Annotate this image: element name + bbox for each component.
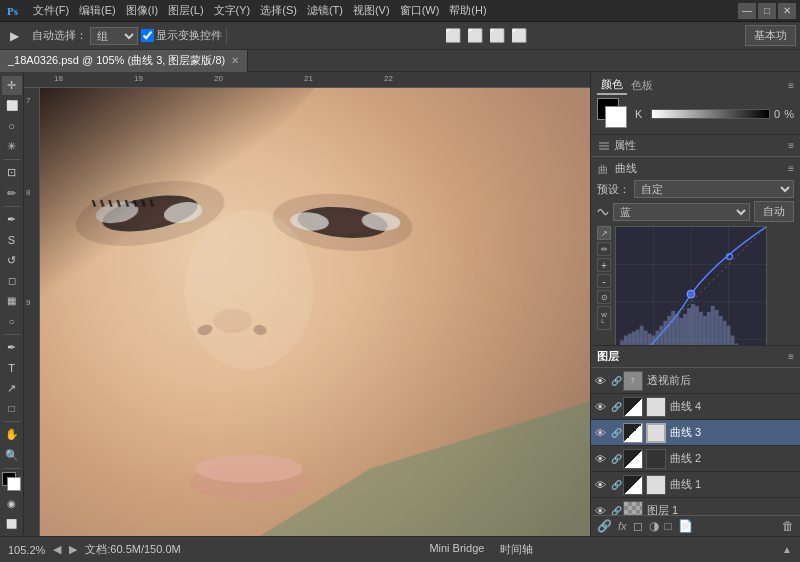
color-tab[interactable]: 颜色	[597, 76, 627, 95]
menu-view[interactable]: 视图(V)	[348, 1, 395, 20]
tab-close-icon[interactable]: ✕	[231, 55, 239, 66]
svg-text:曲: 曲	[598, 164, 608, 175]
svg-rect-34	[691, 304, 695, 346]
curves-add-point-tool[interactable]: +	[597, 258, 611, 272]
list-item[interactable]: 👁 🔗 曲线 1	[591, 472, 800, 498]
link-layers-button[interactable]: 🔗	[597, 519, 612, 533]
preset-dropdown[interactable]: 自定	[634, 180, 794, 198]
menu-file[interactable]: 文件(F)	[28, 1, 74, 20]
add-adjustment-button[interactable]: ◑	[649, 519, 659, 533]
curves-sample-tool[interactable]: ⊙	[597, 290, 611, 304]
layer-name: 图层 1	[647, 503, 796, 515]
layer-eye-icon[interactable]: 👁	[595, 401, 609, 413]
canvas-image[interactable]	[40, 88, 590, 536]
curves-wl-tool[interactable]: WL	[597, 306, 611, 330]
dodge-tool[interactable]: ○	[2, 312, 22, 331]
curves-del-point-tool[interactable]: -	[597, 274, 611, 288]
shape-tool[interactable]: □	[2, 399, 22, 418]
fg-bg-colors[interactable]	[2, 472, 22, 491]
svg-rect-37	[703, 316, 707, 346]
curves-pencil-tool[interactable]: ✏	[597, 242, 611, 256]
list-item[interactable]: 👁 🔗 图层 1	[591, 498, 800, 515]
fx-button[interactable]: fx	[618, 520, 627, 532]
move-tool[interactable]: ✛	[2, 76, 22, 95]
zoom-tool[interactable]: 🔍	[2, 445, 22, 464]
menu-layer[interactable]: 图层(L)	[163, 1, 208, 20]
mini-bridge-tab[interactable]: Mini Bridge	[429, 542, 484, 557]
auto-select-dropdown[interactable]: 组 图层	[90, 27, 138, 45]
properties-title: 属性	[614, 138, 636, 153]
new-layer-button[interactable]: 📄	[678, 519, 693, 533]
layer-eye-icon[interactable]: 👁	[595, 505, 609, 516]
add-group-button[interactable]: □	[665, 519, 672, 533]
menu-text[interactable]: 文字(Y)	[209, 1, 256, 20]
auto-button[interactable]: 自动	[754, 201, 794, 222]
type-tool[interactable]: T	[2, 358, 22, 377]
brush-tool[interactable]: ✒	[2, 210, 22, 229]
align-icon-center[interactable]: ⬜	[467, 28, 483, 43]
hand-tool[interactable]: ✋	[2, 425, 22, 444]
crop-tool[interactable]: ⊡	[2, 163, 22, 182]
menu-image[interactable]: 图像(I)	[121, 1, 163, 20]
properties-menu-icon[interactable]: ≡	[788, 140, 794, 151]
sep3	[3, 334, 21, 335]
eyedropper-tool[interactable]: ✏	[2, 184, 22, 203]
screen-mode-button[interactable]: ⬜	[2, 516, 22, 531]
quick-mask-tool[interactable]: ◉	[2, 494, 22, 513]
align-icon-left[interactable]: ⬜	[445, 28, 461, 43]
timeline-tab[interactable]: 时间轴	[500, 542, 533, 557]
document-tab[interactable]: _18A0326.psd @ 105% (曲线 3, 图层蒙版/8) ✕	[0, 50, 248, 72]
menu-window[interactable]: 窗口(W)	[395, 1, 445, 20]
delete-layer-button[interactable]: 🗑	[782, 519, 794, 533]
layer-mask-thumb	[646, 449, 666, 469]
curves-graph-container[interactable]	[615, 226, 794, 346]
layer-eye-icon[interactable]: 👁	[595, 427, 609, 439]
toolbar: ▶ 自动选择： 组 图层 显示变换控件 ⬜ ⬜ ⬜ ⬜ 基本功	[0, 22, 800, 50]
nav-left-icon[interactable]: ◀	[53, 543, 61, 556]
svg-rect-32	[683, 314, 687, 346]
list-item[interactable]: 👁 🔗 曲线 3	[591, 420, 800, 446]
minimize-button[interactable]: —	[738, 3, 756, 19]
pen-tool[interactable]: ✒	[2, 338, 22, 357]
color-panel: 颜色 色板 ≡ K 0 %	[591, 72, 800, 135]
curves-panel-menu[interactable]: ≡	[788, 163, 794, 174]
history-brush[interactable]: ↺	[2, 251, 22, 270]
menu-help[interactable]: 帮助(H)	[444, 1, 491, 20]
status-expand-icon[interactable]: ▲	[782, 544, 792, 555]
curves-pointer-tool[interactable]: ↗	[597, 226, 611, 240]
swatches-tab[interactable]: 色板	[627, 77, 657, 94]
layer-eye-icon[interactable]: 👁	[595, 479, 609, 491]
path-select-tool[interactable]: ↗	[2, 379, 22, 398]
rect-select-tool[interactable]: ⬜	[2, 96, 22, 115]
list-item[interactable]: 👁 🔗 曲线 2	[591, 446, 800, 472]
layer-thumb	[623, 449, 643, 469]
channel-dropdown[interactable]: RGB 红 绿 蓝	[613, 203, 750, 221]
color-fg-bg-swatch[interactable]	[597, 98, 629, 130]
nav-right-icon[interactable]: ▶	[69, 543, 77, 556]
lasso-tool[interactable]: ○	[2, 117, 22, 136]
align-icon-right[interactable]: ⬜	[489, 28, 505, 43]
clone-tool[interactable]: S	[2, 230, 22, 249]
maximize-button[interactable]: □	[758, 3, 776, 19]
close-button[interactable]: ✕	[778, 3, 796, 19]
list-item[interactable]: 👁 🔗 T 透视前后	[591, 368, 800, 394]
menu-select[interactable]: 选择(S)	[255, 1, 302, 20]
menu-filter[interactable]: 滤镜(T)	[302, 1, 348, 20]
workspace-button[interactable]: 基本功	[745, 25, 796, 46]
panel-menu-icon[interactable]: ≡	[788, 80, 794, 91]
gradient-tool[interactable]: ▦	[2, 291, 22, 310]
show-transform-checkbox[interactable]	[141, 29, 154, 42]
layer-thumb: T	[623, 371, 643, 391]
layer-eye-icon[interactable]: 👁	[595, 375, 609, 387]
menu-edit[interactable]: 编辑(E)	[74, 1, 121, 20]
layer-eye-icon[interactable]: 👁	[595, 453, 609, 465]
eraser-tool[interactable]: ◻	[2, 271, 22, 290]
k-slider[interactable]	[651, 109, 770, 119]
ruler-mark-22: 22	[384, 74, 393, 83]
ruler-mark-9: 9	[26, 298, 30, 307]
layers-panel-menu[interactable]: ≡	[788, 351, 794, 362]
magic-wand-tool[interactable]: ✳	[2, 137, 22, 156]
distribute-icon[interactable]: ⬜	[511, 28, 527, 43]
add-mask-button[interactable]: ◻	[633, 519, 643, 533]
list-item[interactable]: 👁 🔗 曲线 4	[591, 394, 800, 420]
